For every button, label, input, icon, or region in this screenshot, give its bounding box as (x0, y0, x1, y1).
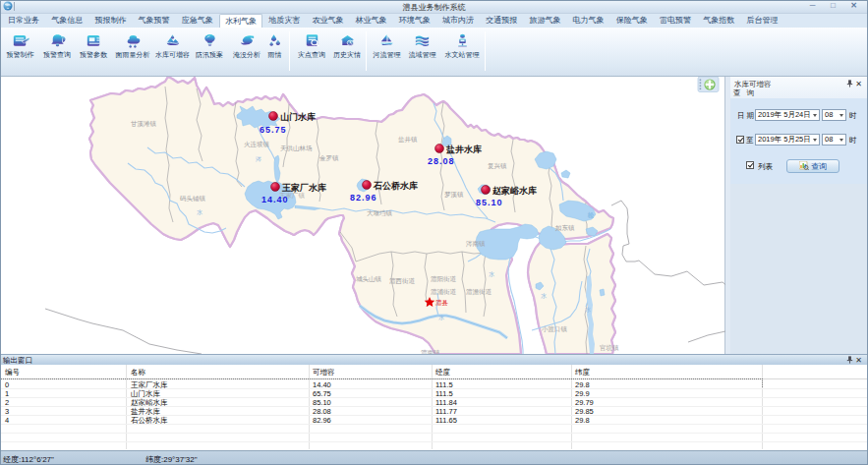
svg-text:澧县: 澧县 (435, 299, 449, 306)
svg-text:官垸镇: 官垸镇 (600, 344, 619, 352)
svg-text:水: 水 (489, 271, 494, 277)
svg-text:澧阳街道: 澧阳街道 (431, 275, 457, 283)
svg-text:28.08: 28.08 (428, 156, 455, 166)
svg-text:甘溪滩镇: 甘溪滩镇 (131, 120, 157, 128)
svg-text:85.10: 85.10 (476, 198, 503, 207)
svg-text:14.40: 14.40 (261, 195, 289, 204)
svg-text:天供山林场: 天供山林场 (280, 145, 313, 152)
svg-text:澧西街道: 澧西街道 (389, 277, 416, 285)
svg-text:码头铺镇: 码头铺镇 (179, 195, 206, 203)
svg-text:梦溪镇: 梦溪镇 (444, 191, 464, 199)
svg-text:小渡口镇: 小渡口镇 (542, 325, 568, 333)
svg-text:澧浦街道: 澧浦街道 (431, 288, 457, 296)
svg-text:复兴镇: 复兴镇 (488, 162, 507, 170)
svg-text:王家厂水库: 王家厂水库 (281, 183, 326, 193)
svg-text:赵家峪水库: 赵家峪水库 (492, 186, 537, 196)
svg-text:水: 水 (541, 293, 547, 299)
svg-text:水: 水 (438, 315, 444, 320)
svg-text:大堰垱镇: 大堰垱镇 (367, 209, 393, 216)
svg-text:火连坡镇: 火连坡镇 (244, 141, 270, 147)
svg-text:松: 松 (588, 212, 594, 218)
svg-text:城头山镇: 城头山镇 (356, 275, 382, 283)
svg-text:涔: 涔 (256, 156, 261, 162)
svg-text:山门水库: 山门水库 (280, 112, 316, 122)
svg-text:涔南镇: 涔南镇 (466, 240, 486, 248)
svg-text:盐井镇: 盐井镇 (398, 136, 418, 143)
svg-text:82.96: 82.96 (350, 193, 377, 203)
svg-text:如东镇: 如东镇 (555, 224, 575, 232)
svg-text:澧澹街道: 澧澹街道 (466, 288, 492, 296)
svg-text:金罗镇: 金罗镇 (319, 154, 339, 162)
svg-text:石公桥水库: 石公桥水库 (373, 181, 418, 191)
svg-text:水: 水 (585, 307, 591, 313)
svg-text:水: 水 (197, 209, 203, 215)
svg-text:65.75: 65.75 (260, 125, 287, 135)
svg-text:盐井水库: 盐井水库 (445, 145, 482, 154)
